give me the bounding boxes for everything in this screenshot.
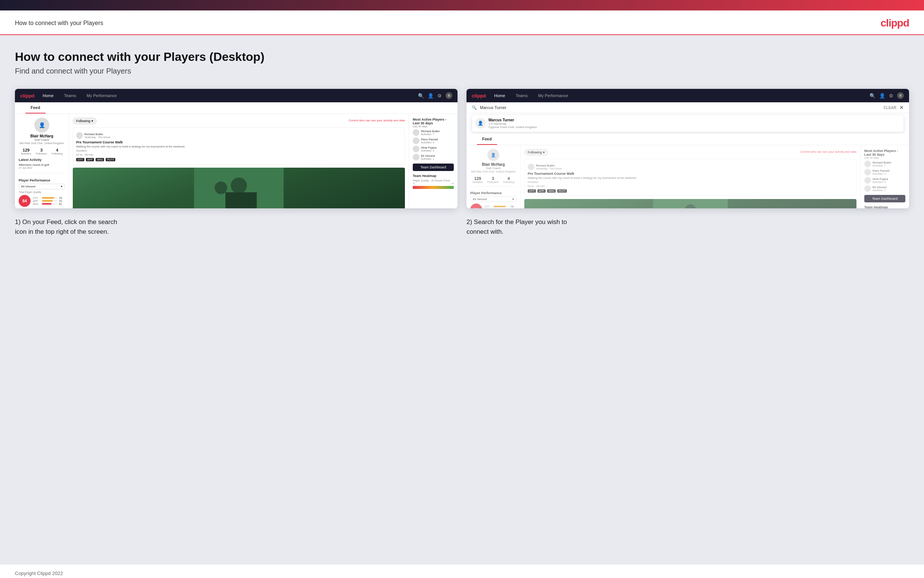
- bar-track-ott: [42, 197, 57, 199]
- search-input-2[interactable]: Marcus Turner: [480, 105, 881, 110]
- tag-arg-2: ARG: [547, 189, 556, 193]
- stat-label-activities: Activities: [21, 153, 31, 155]
- most-active-title-1: Most Active Players - Last 30 days: [413, 118, 454, 125]
- stat-activities-1: 129 Activities: [21, 148, 31, 155]
- player-act-pp-1: Activities: 4: [421, 141, 438, 144]
- search-result-item-2[interactable]: 👤 Marcus Turner 1-5 Handicap Cypress Poi…: [475, 118, 900, 129]
- app-screenshot-1: clippd Home Teams My Performance 🔍 👤 ⚙ B: [15, 89, 458, 208]
- bar-app-1: APP 70: [33, 200, 65, 202]
- profile-club-2: Mill Ride Golf Club, United Kingdom: [470, 170, 516, 173]
- profile-name-2: Blair McHarg: [470, 162, 516, 167]
- team-heatmap-2: Team Heatmap Player Quality · 20 Round T…: [864, 205, 905, 208]
- screenshot-container-1: clippd Home Teams My Performance 🔍 👤 ⚙ B: [15, 89, 458, 208]
- nav-teams-2[interactable]: Teams: [513, 93, 530, 98]
- user-icon-1[interactable]: 👤: [428, 93, 434, 99]
- player-act-ev-1: Activities: 1: [421, 157, 435, 160]
- stat-followers-2: 3 Followers: [487, 176, 498, 183]
- activity-person-name-1: Richard Butler: [84, 133, 110, 136]
- heat-range-labels-1: -5+5: [413, 182, 454, 185]
- copyright: Copyright Clippd 2022: [15, 570, 63, 576]
- activity-avatar-1: [76, 132, 83, 139]
- player-selector-2[interactable]: Eli Vincent ▾: [470, 196, 516, 202]
- search-result-name-2: Marcus Turner: [489, 118, 537, 122]
- stat-num-followers-2: 3: [487, 176, 498, 181]
- dropdown-icon-2[interactable]: ▾: [512, 198, 514, 201]
- feed-right-1: Most Active Players - Last 30 days Last …: [409, 114, 458, 208]
- player-selector-name-1: Eli Vincent: [21, 185, 36, 188]
- svg-point-2: [215, 182, 227, 194]
- heatmap-sub-1: Player Quality · 20 Round Trend: [413, 179, 454, 182]
- settings-icon-2[interactable]: ⚙: [889, 93, 893, 99]
- activity-person-name-2: Richard Butler: [536, 164, 562, 167]
- stat-label-following: Following: [52, 153, 63, 155]
- search-icon-1[interactable]: 🔍: [418, 93, 424, 99]
- player-selector-1[interactable]: Eli Vincent ▾: [19, 184, 65, 189]
- heat-bar-1: [413, 186, 454, 189]
- feed-tab-2[interactable]: Feed: [477, 134, 497, 145]
- search-dropdown-2: 👤 Marcus Turner 1-5 Handicap Cypress Poi…: [472, 115, 904, 132]
- nav-my-performance-2[interactable]: My Performance: [536, 93, 571, 98]
- stat-num-following: 4: [52, 148, 63, 153]
- bar-val-arg: 61: [59, 203, 65, 205]
- avatar-icon-2[interactable]: B: [897, 92, 904, 99]
- profile-club-1: Mill Ride Golf Club, United Kingdom: [19, 141, 65, 145]
- svg-rect-3: [225, 192, 257, 208]
- settings-icon-1[interactable]: ⚙: [437, 93, 442, 99]
- control-link-2[interactable]: Control who can see your activity and da…: [800, 150, 856, 153]
- nav-teams-1[interactable]: Teams: [62, 93, 78, 98]
- hero-title: How to connect with your Players (Deskto…: [15, 50, 909, 64]
- search-result-handicap-2: 1-5 Handicap: [489, 122, 537, 125]
- nav-home-2[interactable]: Home: [492, 93, 507, 98]
- quality-bars-1: OTT 79 APP 70: [33, 196, 65, 206]
- bar-track-app: [42, 200, 57, 201]
- screenshots-row: clippd Home Teams My Performance 🔍 👤 ⚙ B: [15, 89, 909, 236]
- player-name-pp-1: Piers Parnell: [421, 138, 438, 141]
- stat-num-activities-2: 129: [473, 176, 483, 181]
- control-link-1[interactable]: Control who can see your activity and da…: [348, 119, 405, 122]
- activity-person-row-2: Richard Butler Yesterday · The Grove: [528, 164, 853, 170]
- golf-image-2: [524, 199, 856, 208]
- search-bar-overlay-2: 🔍 Marcus Turner CLEAR ✕: [466, 102, 909, 113]
- nav-my-performance-1[interactable]: My Performance: [84, 93, 119, 98]
- following-header-2: Following ▾ Control who can see your act…: [524, 149, 856, 156]
- nav-home-1[interactable]: Home: [40, 93, 56, 98]
- app-logo-2: clippd: [472, 93, 486, 99]
- player-name-rb-1: Richard Butler: [421, 130, 440, 133]
- activity-title-2: Pre Tournament Course Walk: [528, 172, 853, 175]
- close-btn-2[interactable]: ✕: [900, 104, 904, 110]
- latest-activity-label: Latest Activity: [19, 158, 65, 162]
- search-result-club-2: Cypress Point Club, United Kingdom: [489, 125, 537, 129]
- app-content-2: 👤 Blair McHarg Golf Coach Mill Ride Golf…: [466, 145, 909, 208]
- svg-point-1: [231, 177, 247, 193]
- user-icon-2[interactable]: 👤: [879, 93, 885, 99]
- following-btn-1[interactable]: Following ▾: [73, 118, 97, 124]
- most-active-sub-1: Last 30 days: [413, 125, 454, 128]
- tag-app-2: APP: [537, 189, 545, 193]
- profile-pic-1: 👤: [34, 118, 49, 133]
- step-label-1: 1) On your Feed, click on the search ico…: [15, 217, 458, 236]
- player-performance-title-1: Player Performance: [19, 179, 65, 182]
- following-btn-2[interactable]: Following ▾: [524, 149, 548, 156]
- activity-card-2: Richard Butler Yesterday · The Grove Pre…: [524, 159, 856, 196]
- team-dashboard-btn-2[interactable]: Team Dashboard: [864, 195, 905, 202]
- player-item-rb-2: Richard ButlerActivities: 7: [864, 161, 905, 167]
- feed-left-2: 👤 Blair McHarg Golf Coach Mill Ride Golf…: [466, 145, 521, 208]
- feed-tab-1[interactable]: Feed: [25, 102, 45, 114]
- feed-tab-bar-1: Feed: [15, 102, 458, 114]
- most-active-players-1: Richard ButlerActivities: 7 Piers Parnel…: [413, 129, 454, 161]
- tag-app-1: APP: [86, 158, 94, 161]
- stat-activities-2: 129 Activities: [473, 176, 483, 183]
- player-item-hp-2: Hiral PujaraActivities: 3: [864, 177, 905, 184]
- clear-btn-2[interactable]: CLEAR: [884, 106, 896, 110]
- feed-left-1: 👤 Blair McHarg Golf Coach Mill Ride Golf…: [15, 114, 69, 208]
- search-icon-2[interactable]: 🔍: [869, 93, 875, 99]
- quality-score-1: 84 OTT 79 APP: [19, 195, 65, 207]
- player-act-hp-1: Activities: 3: [421, 149, 437, 152]
- team-dashboard-btn-1[interactable]: Team Dashboard: [413, 164, 454, 171]
- player-item-ev-2: Eli VincentActivities: 1: [864, 185, 905, 192]
- quality-score-2: 84 OTT 79 APP: [470, 203, 516, 208]
- nav-icons-1: 🔍 👤 ⚙ B: [418, 92, 452, 99]
- heatmap-title-2: Team Heatmap: [864, 205, 905, 208]
- avatar-icon-1[interactable]: B: [446, 92, 452, 99]
- dropdown-icon-1[interactable]: ▾: [61, 185, 62, 188]
